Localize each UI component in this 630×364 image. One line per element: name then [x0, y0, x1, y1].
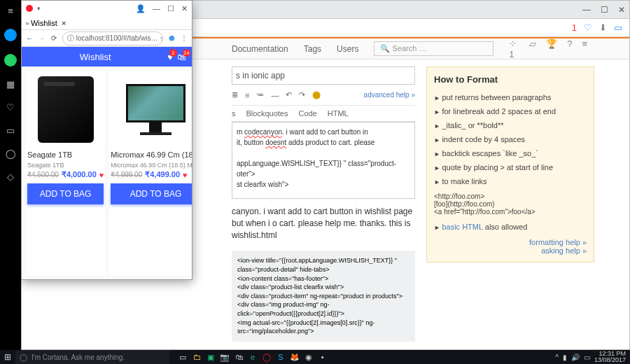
skype-icon[interactable]: S	[274, 351, 287, 363]
howto-item: backtick escapes `like _so_`	[434, 146, 587, 160]
grid-icon[interactable]: ▦	[6, 79, 15, 90]
howto-item: _italic_ or **bold**	[434, 118, 587, 132]
product-card[interactable]: Seagate 1TB Seagate 1TB ₹4,500.00 ₹4,000…	[26, 71, 105, 275]
wishlist-heart-icon[interactable]: ♥2	[167, 52, 173, 62]
advanced-help-link[interactable]: advanced help »	[364, 91, 415, 99]
nav-documentation[interactable]: Documentation	[232, 44, 288, 54]
asking-help-link[interactable]: asking help »	[541, 246, 587, 255]
taskbar-apps: ▭ 🗀 ▣ 📷 🛍 e ◯ S 🦊 ◉ ▪	[176, 351, 329, 363]
editor-textarea[interactable]: m codecanyon. i want add to cart button …	[232, 122, 415, 199]
edge-icon[interactable]: e	[246, 351, 259, 363]
product-card[interactable]: Micromax 46.99 Cm (18… Micromax 46.99 Cm…	[109, 71, 192, 275]
heart-icon[interactable]: ♡	[6, 102, 15, 113]
ol-icon[interactable]: ≡	[245, 91, 249, 99]
terminal-icon[interactable]: ▪	[316, 351, 329, 363]
opera-icon	[26, 5, 33, 12]
product-name: Seagate 1TB	[26, 148, 105, 162]
opera-urlbar: ← → ⟳ ⓘ localhost:8100/#/tab/wis… ☆ ⬣ ⋮	[22, 30, 192, 47]
subtab-html[interactable]: HTML	[328, 109, 349, 118]
product-name: Micromax 46.99 Cm (18…	[109, 148, 192, 162]
clipboard-icon[interactable]: ▭	[6, 125, 15, 136]
so-sidebar: How to Format put returns between paragr…	[426, 66, 594, 342]
chrome-icon[interactable]: ◉	[302, 351, 315, 363]
nav-tags[interactable]: Tags	[304, 44, 321, 54]
battery-icon[interactable]: ▭	[614, 22, 622, 33]
subtab-blockquotes[interactable]: Blockquotes	[246, 109, 288, 118]
opera-tb-icon[interactable]: ◯	[260, 351, 273, 363]
howto-item: put returns between paragraphs	[434, 90, 587, 104]
opera-tab[interactable]: ▫ Wishlist ×	[26, 19, 66, 27]
hr-icon[interactable]: —	[271, 91, 279, 99]
heading-icon[interactable]: ≔	[256, 90, 264, 99]
nav-users[interactable]: Users	[337, 44, 358, 54]
opera-titlebar: ▾ 👤 — ☐ ✕	[22, 1, 192, 16]
editor-toolbar: ≣ ≡ ≔ — ↶ ↷ ⬤ advanced help »	[232, 85, 415, 106]
op-maximize-icon[interactable]: ☐	[167, 4, 174, 13]
editor-subtabs: s Blockquotes Code HTML	[232, 106, 415, 122]
trophy-icon[interactable]: 🏆	[546, 38, 557, 59]
search-input[interactable]: 🔍 Search …	[374, 41, 493, 56]
op-more-icon[interactable]: ⋮	[181, 34, 188, 42]
subtab-code[interactable]: Code	[298, 109, 316, 118]
fav-icon[interactable]: ♥	[99, 171, 104, 179]
download-icon[interactable]: ⬇	[599, 22, 607, 33]
add-to-bag-button[interactable]: ADD TO BAG	[27, 183, 104, 204]
folder-icon[interactable]: 🗀	[190, 351, 203, 363]
op-ext-icon[interactable]: ⬣	[169, 34, 175, 42]
community-icon[interactable]: ≡	[582, 38, 587, 59]
clock[interactable]: 12:31 PM13/08/2017	[594, 351, 626, 363]
bag-icon[interactable]: 🛍14	[177, 52, 186, 62]
app-title: Wishlist	[27, 52, 163, 62]
ul-icon[interactable]: ≣	[232, 90, 238, 99]
rep-icon[interactable]: ⁘ 1	[509, 38, 519, 59]
opera-url-input[interactable]: ⓘ localhost:8100/#/tab/wis… ☆	[62, 31, 163, 46]
warn-icon[interactable]: ⬤	[312, 90, 321, 99]
system-tray: ^ ▮ 🔊 ▭ 12:31 PM13/08/2017	[555, 351, 630, 363]
question-title-input[interactable]	[232, 66, 415, 85]
messenger-icon[interactable]	[4, 29, 17, 41]
formatting-help-link[interactable]: formatting help »	[529, 238, 587, 246]
tray-up-icon[interactable]: ^	[555, 354, 559, 361]
howto-item: indent code by 4 spaces	[434, 132, 587, 146]
heart-url-icon[interactable]: ♡	[584, 22, 592, 33]
so-main: ≣ ≡ ≔ — ↶ ↷ ⬤ advanced help » s Blockquo…	[232, 66, 415, 342]
tray-action-icon[interactable]: ▭	[584, 354, 590, 361]
op-minimize-icon[interactable]: —	[153, 4, 160, 13]
help-icon[interactable]: ?	[567, 38, 572, 59]
diamond-icon[interactable]: ◇	[7, 172, 14, 182]
basic-html-link[interactable]: basic HTML	[442, 223, 482, 231]
add-to-bag-button[interactable]: ADD TO BAG	[111, 183, 192, 204]
inbox-icon[interactable]: ▱	[529, 38, 536, 59]
op-user-icon[interactable]: 👤	[136, 4, 146, 13]
circle-icon[interactable]: ◯	[6, 148, 16, 159]
back-icon[interactable]: ←	[26, 34, 33, 42]
store-icon[interactable]: 🛍	[232, 351, 245, 363]
shield-badge[interactable]: 1	[572, 22, 577, 33]
howto-format-box: How to Format put returns between paragr…	[426, 66, 594, 262]
maximize-icon[interactable]: ☐	[601, 5, 608, 15]
camera-icon[interactable]: 📷	[218, 351, 231, 363]
menu-icon[interactable]: ≡	[8, 6, 13, 16]
opera-menu-icon[interactable]: ▾	[37, 5, 41, 12]
cortana-input[interactable]: ◯ I'm Cortana. Ask me anything.	[15, 350, 169, 364]
product-sub: Micromax 46.99 Cm (18.5) M…	[109, 162, 192, 169]
firefox-icon[interactable]: 🦊	[288, 351, 301, 363]
fav-icon[interactable]: ♥	[183, 171, 188, 179]
redo-icon[interactable]: ↷	[299, 90, 305, 99]
undo-icon[interactable]: ↶	[286, 90, 292, 99]
reload-icon[interactable]: ⟳	[51, 34, 57, 42]
forward-icon[interactable]: →	[38, 34, 46, 42]
op-close-icon[interactable]: ✕	[181, 4, 188, 13]
tray-network-icon[interactable]: ▮	[563, 354, 567, 361]
subtab-s[interactable]: s	[232, 109, 236, 118]
howto-links-example: <http://foo.com> [foo](http://foo.com) <…	[434, 192, 587, 216]
tray-volume-icon[interactable]: 🔊	[571, 354, 580, 361]
photos-icon[interactable]: ▣	[204, 351, 217, 363]
product-list: Seagate 1TB Seagate 1TB ₹4,500.00 ₹4,000…	[22, 66, 192, 279]
minimize-icon[interactable]: —	[582, 5, 591, 15]
code-preview: <ion-view title="{{root.appLanguage.WISH…	[232, 251, 415, 341]
taskview-icon[interactable]: ▭	[176, 351, 189, 363]
whatsapp-icon[interactable]	[4, 54, 17, 66]
start-button[interactable]: ⊞	[0, 352, 15, 362]
close-icon[interactable]: ✕	[618, 5, 625, 15]
